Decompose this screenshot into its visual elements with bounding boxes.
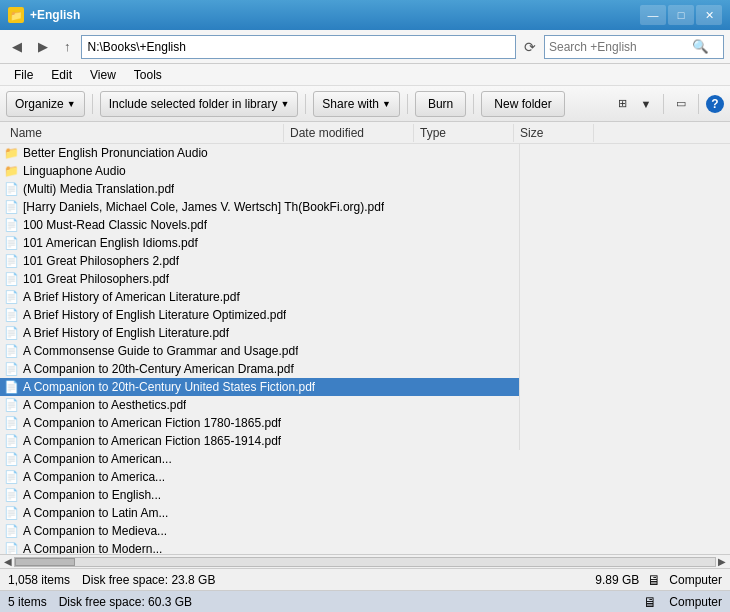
pdf-icon: 📄: [4, 218, 19, 232]
status-bar-2: 5 items Disk free space: 60.3 GB 🖥 Compu…: [0, 590, 730, 612]
col-type-header[interactable]: Type: [414, 124, 514, 142]
file-name-label: A Companion to Aesthetics.pdf: [23, 398, 186, 412]
disk-free-2: Disk free space: 60.3 GB: [59, 595, 192, 609]
list-item[interactable]: 📄A Companion to English...: [0, 486, 730, 504]
pdf-icon: 📄: [4, 380, 19, 394]
file-name-label: 100 Must-Read Classic Novels.pdf: [23, 218, 207, 232]
view-details-icon[interactable]: ⊞: [612, 94, 632, 114]
search-box: 🔍: [544, 35, 724, 59]
file-name-label: A Brief History of American Literature.p…: [23, 290, 240, 304]
list-item[interactable]: 📄A Companion to American Fiction 1780-18…: [0, 414, 519, 432]
burn-button[interactable]: Burn: [415, 91, 466, 117]
organize-button[interactable]: Organize ▼: [6, 91, 85, 117]
view-toggle-icon[interactable]: ▼: [636, 94, 656, 114]
right-file-list: 📄A Companion to American...📄A Companion …: [0, 450, 730, 554]
item-count: 1,058 items: [8, 573, 70, 587]
help-icon[interactable]: ?: [706, 95, 724, 113]
list-item[interactable]: 📄A Companion to Medieva...: [0, 522, 730, 540]
pdf-icon: 📄: [4, 272, 19, 286]
file-name-label: [Harry Daniels, Michael Cole, James V. W…: [23, 200, 384, 214]
toolbar-separator-4: [473, 94, 474, 114]
selected-size: 9.89 GB: [595, 573, 639, 587]
col-name-header[interactable]: Name: [4, 124, 284, 142]
list-item[interactable]: 📄A Companion to American...: [0, 450, 730, 468]
address-input[interactable]: [81, 35, 517, 59]
pdf-icon: 📄: [4, 434, 19, 448]
folder-icon: 📁: [4, 146, 19, 160]
folder-icon: 📁: [4, 164, 19, 178]
new-folder-button[interactable]: New folder: [481, 91, 564, 117]
toolbar-separator-6: [698, 94, 699, 114]
list-item[interactable]: 📄A Companion to American Fiction 1865-19…: [0, 432, 519, 450]
pdf-icon: 📄: [4, 182, 19, 196]
list-item[interactable]: 📄101 Great Philosophers 2.pdf: [0, 252, 519, 270]
list-item[interactable]: 📄A Companion to Modern...: [0, 540, 730, 554]
maximize-button[interactable]: □: [668, 5, 694, 25]
list-item[interactable]: 📁Better English Pronunciation Audio: [0, 144, 519, 162]
pdf-icon: 📄: [4, 254, 19, 268]
computer-label: Computer: [669, 573, 722, 587]
pdf-icon: 📄: [4, 398, 19, 412]
pdf-icon: 📄: [4, 290, 19, 304]
list-item[interactable]: 📄101 American English Idioms.pdf: [0, 234, 519, 252]
disk-free: Disk free space: 23.8 GB: [82, 573, 215, 587]
list-item[interactable]: 📄A Brief History of English Literature.p…: [0, 324, 519, 342]
menu-tools[interactable]: Tools: [126, 66, 170, 84]
list-item[interactable]: 📄A Brief History of English Literature O…: [0, 306, 519, 324]
list-item[interactable]: 📄A Companion to Latin Am...: [0, 504, 730, 522]
list-item[interactable]: 📄(Multi) Media Translation.pdf: [0, 180, 519, 198]
left-file-list: 📁Better English Pronunciation Audio📁Ling…: [0, 144, 520, 450]
menu-edit[interactable]: Edit: [43, 66, 80, 84]
file-name-label: Better English Pronunciation Audio: [23, 146, 208, 160]
search-button[interactable]: 🔍: [692, 39, 709, 54]
file-name-label: (Multi) Media Translation.pdf: [23, 182, 174, 196]
toolbar: Organize ▼ Include selected folder in li…: [0, 86, 730, 122]
refresh-button[interactable]: ⟳: [520, 37, 540, 57]
computer-icon: 🖥: [647, 572, 661, 588]
pdf-icon: 📄: [4, 326, 19, 340]
list-item[interactable]: 📄A Companion to Aesthetics.pdf: [0, 396, 519, 414]
scroll-track[interactable]: [14, 557, 716, 567]
pdf-icon: 📄: [4, 524, 19, 538]
pdf-icon: 📄: [4, 308, 19, 322]
list-item[interactable]: 📄A Brief History of American Literature.…: [0, 288, 519, 306]
file-name-label: 101 Great Philosophers.pdf: [23, 272, 169, 286]
menu-view[interactable]: View: [82, 66, 124, 84]
scroll-right-arrow[interactable]: ▶: [716, 556, 728, 567]
window-controls: — □ ✕: [640, 5, 722, 25]
list-item[interactable]: 📄101 Great Philosophers.pdf: [0, 270, 519, 288]
app-icon: 📁: [8, 7, 24, 23]
window-title: +English: [30, 8, 80, 22]
file-name-label: A Companion to Latin Am...: [23, 506, 168, 520]
horizontal-scrollbar[interactable]: ◀ ▶: [0, 554, 730, 568]
up-button[interactable]: ↑: [58, 36, 77, 57]
list-item[interactable]: 📄100 Must-Read Classic Novels.pdf: [0, 216, 519, 234]
search-input[interactable]: [549, 40, 689, 54]
menu-file[interactable]: File: [6, 66, 41, 84]
forward-button[interactable]: ▶: [32, 36, 54, 57]
minimize-button[interactable]: —: [640, 5, 666, 25]
list-item[interactable]: 📄A Companion to America...: [0, 468, 730, 486]
share-with-button[interactable]: Share with ▼: [313, 91, 400, 117]
list-item[interactable]: 📄A Companion to 20th-Century United Stat…: [0, 378, 519, 396]
title-bar: 📁 +English — □ ✕: [0, 0, 730, 30]
scroll-left-arrow[interactable]: ◀: [2, 556, 14, 567]
preview-pane-icon[interactable]: ▭: [671, 94, 691, 114]
col-date-header[interactable]: Date modified: [284, 124, 414, 142]
list-item[interactable]: 📁Linguaphone Audio: [0, 162, 519, 180]
item-count-2: 5 items: [8, 595, 47, 609]
close-button[interactable]: ✕: [696, 5, 722, 25]
pdf-icon: 📄: [4, 506, 19, 520]
list-item[interactable]: 📄[Harry Daniels, Michael Cole, James V. …: [0, 198, 519, 216]
include-folder-button[interactable]: Include selected folder in library ▼: [100, 91, 299, 117]
toolbar-separator-3: [407, 94, 408, 114]
file-name-label: A Companion to English...: [23, 488, 161, 502]
list-item[interactable]: 📄A Companion to 20th-Century American Dr…: [0, 360, 519, 378]
computer-icon-2: 🖥: [643, 594, 657, 610]
scroll-thumb[interactable]: [15, 558, 75, 566]
back-button[interactable]: ◀: [6, 36, 28, 57]
list-item[interactable]: 📄A Commonsense Guide to Grammar and Usag…: [0, 342, 519, 360]
col-size-header[interactable]: Size: [514, 124, 594, 142]
file-name-label: A Brief History of English Literature.pd…: [23, 326, 229, 340]
file-name-label: A Companion to American Fiction 1865-191…: [23, 434, 281, 448]
